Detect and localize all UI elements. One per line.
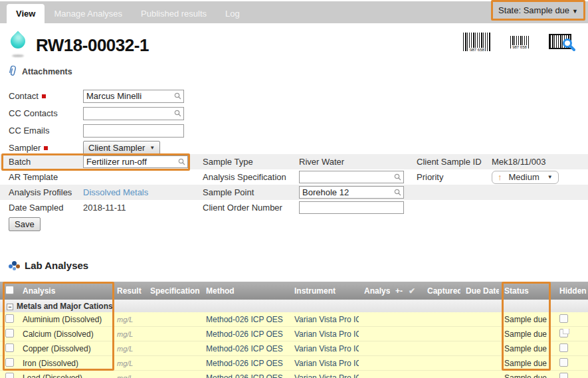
- method-link[interactable]: Method-026 ICP OES: [201, 373, 289, 378]
- col-result: Result: [112, 286, 145, 296]
- hidden-checkbox[interactable]: [559, 343, 568, 352]
- status-label: Sample due: [499, 315, 550, 324]
- analysis-spec-label: Analysis Specification: [203, 172, 299, 182]
- row-checkbox[interactable]: [5, 314, 14, 323]
- required-icon: [42, 94, 46, 98]
- row-checkbox[interactable]: [5, 373, 14, 378]
- row-checkbox[interactable]: [5, 358, 14, 367]
- caret-down-icon: ▼: [572, 8, 578, 15]
- col-method: Method: [201, 286, 289, 296]
- method-link[interactable]: Method-026 ICP OES: [201, 330, 289, 339]
- instrument-name: Varian Vista Pro ICP: [289, 373, 359, 378]
- tab-manage-analyses[interactable]: Manage Analyses: [45, 4, 132, 23]
- state-label: State: Sample due: [498, 5, 569, 15]
- barcode-large: 987 658: [463, 33, 491, 51]
- sample-point-input[interactable]: [299, 186, 404, 199]
- caret-down-icon: ▼: [149, 145, 155, 151]
- sampler-label: Sampler: [9, 143, 83, 153]
- ar-template-label: AR Template: [9, 172, 83, 182]
- batch-input[interactable]: [83, 155, 188, 168]
- hidden-checkbox[interactable]: [559, 373, 568, 378]
- unit-label: mg/L: [112, 316, 145, 324]
- priority-select[interactable]: ↑ Medium ▼: [492, 171, 559, 184]
- col-analyst: Analyst: [359, 286, 390, 296]
- col-hidden: Hidden: [550, 286, 588, 296]
- instrument-name: Varian Vista Pro ICP: [289, 344, 359, 353]
- col-due-date: Due Date: [460, 286, 499, 296]
- method-link[interactable]: Method-026 ICP OES: [201, 359, 289, 368]
- method-link[interactable]: Method-026 ICP OES: [201, 344, 289, 353]
- sample-view-page: View Manage Analyses Published results L…: [0, 0, 588, 378]
- analysis-name: Copper (Dissolved): [17, 344, 112, 353]
- client-order-input[interactable]: [299, 201, 404, 214]
- sampler-value: Client Sampler: [88, 143, 145, 153]
- analysis-name: Calcium (Dissolved): [17, 330, 112, 339]
- lab-analyses-table: Analysis Result Specification Method Ins…: [0, 282, 588, 378]
- attachments-link[interactable]: Attachments: [9, 66, 72, 77]
- attachment-flag-icon: [563, 329, 569, 334]
- cc-emails-input[interactable]: [83, 124, 184, 138]
- instrument-name: Varian Vista Pro ICP: [289, 359, 359, 368]
- cc-contacts-input[interactable]: [83, 107, 184, 120]
- title-row: RW18-00032-1: [9, 32, 149, 58]
- analysis-profile-link[interactable]: Dissolved Metals: [83, 187, 148, 197]
- analysis-name: Iron (Dissolved): [17, 359, 112, 368]
- client-order-field-wrap: [299, 201, 404, 214]
- barcode-number: 987 658: [469, 48, 485, 52]
- analyses-cluster-icon: [9, 260, 20, 271]
- state-dropdown[interactable]: State: Sample due▼: [498, 5, 578, 15]
- sample-type-value: River Water: [299, 157, 417, 167]
- analysis-spec-field-wrap: [299, 171, 404, 183]
- instrument-name: Varian Vista Pro ICP: [289, 330, 359, 339]
- hidden-checkbox[interactable]: [559, 314, 568, 323]
- cc-contacts-field-wrap: [83, 107, 184, 120]
- analysis-spec-input[interactable]: [299, 171, 404, 183]
- table-header-row: Analysis Result Specification Method Ins…: [0, 282, 588, 300]
- method-link[interactable]: Method-026 ICP OES: [201, 315, 289, 324]
- select-all-checkbox[interactable]: [5, 286, 14, 294]
- col-instrument: Instrument: [289, 286, 359, 296]
- sample-type-label: Sample Type: [203, 157, 299, 167]
- table-row: Calcium (Dissolved) mg/L Method-026 ICP …: [0, 327, 588, 341]
- client-order-label: Client Order Number: [203, 203, 299, 213]
- unit-label: mg/L: [112, 345, 145, 353]
- table-row: Lead (Dissolved) mg/L Method-026 ICP OES…: [0, 371, 588, 378]
- unit-label: mg/L: [112, 359, 145, 367]
- required-icon: [44, 146, 48, 150]
- water-drop-icon: [9, 32, 27, 58]
- save-button[interactable]: Save: [9, 217, 41, 231]
- unit-label: mg/L: [112, 374, 145, 378]
- client-sample-id-value: Mek18/11/003: [492, 157, 588, 167]
- tab-published-results[interactable]: Published results: [132, 4, 216, 23]
- search-icon: [178, 158, 185, 165]
- date-sampled-value: 2018-11-11: [83, 203, 203, 213]
- priority-up-icon: ↑: [498, 172, 502, 182]
- barcode-magnifier-icon[interactable]: [562, 38, 575, 51]
- barcode-small: 987 658: [510, 36, 529, 48]
- tab-view[interactable]: View: [7, 4, 45, 23]
- lab-analyses-title: Lab Analyses: [25, 260, 88, 271]
- tab-log[interactable]: Log: [216, 4, 249, 23]
- sample-point-label: Sample Point: [203, 187, 299, 197]
- search-icon: [394, 189, 401, 196]
- row-checkbox[interactable]: [5, 329, 14, 337]
- sampler-select[interactable]: Client Sampler ▼: [83, 141, 160, 155]
- row-checkbox[interactable]: [5, 343, 14, 352]
- contact-label: Contact: [9, 91, 83, 101]
- table-row: Copper (Dissolved) mg/L Method-026 ICP O…: [0, 341, 588, 356]
- col-status: Status: [499, 286, 550, 296]
- collapse-group-icon[interactable]: −: [7, 304, 13, 310]
- caret-down-icon: ▼: [547, 174, 553, 180]
- contact-input[interactable]: [83, 90, 184, 103]
- status-label: Sample due: [499, 359, 550, 368]
- attachments-label: Attachments: [22, 67, 72, 76]
- search-icon: [174, 110, 181, 117]
- col-captured: Captured: [422, 286, 460, 296]
- table-row: Aluminium (Dissolved) mg/L Method-026 IC…: [0, 312, 588, 327]
- col-plus-minus: +-: [390, 286, 407, 296]
- detail-grid: Batch Sample Type River Water Client Sam…: [0, 154, 588, 215]
- instrument-name: Varian Vista Pro ICP: [289, 315, 359, 324]
- analysis-name: Lead (Dissolved): [17, 373, 112, 378]
- page-title: RW18-00032-1: [36, 35, 149, 56]
- hidden-checkbox[interactable]: [559, 358, 568, 367]
